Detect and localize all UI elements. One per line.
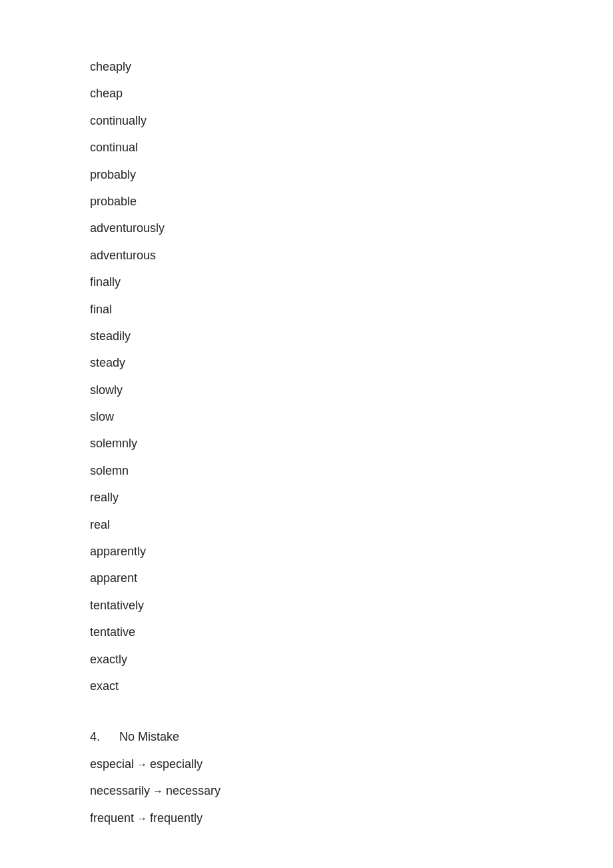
- list-item: final: [90, 296, 523, 323]
- arrow-from: especial: [90, 753, 134, 775]
- list-item: slowly: [90, 377, 523, 403]
- arrow-from: frequent: [90, 807, 134, 829]
- list-item: tentative: [90, 619, 523, 645]
- list-item: adventurously: [90, 215, 523, 241]
- list-item: finally: [90, 269, 523, 295]
- list-item: adventurous: [90, 242, 523, 269]
- section-number: 4.: [90, 726, 114, 747]
- arrow-to: necessary: [166, 780, 221, 801]
- list-item: exactly: [90, 646, 523, 673]
- section-gap: [90, 699, 523, 723]
- section-title: No Mistake: [119, 726, 179, 747]
- list-item: solemn: [90, 457, 523, 484]
- list-item: exact: [90, 673, 523, 699]
- list-item: apparent: [90, 565, 523, 591]
- list-item: solemnly: [90, 430, 523, 457]
- list-item: probable: [90, 188, 523, 215]
- arrow-item: frequent → frequently: [90, 805, 523, 831]
- list-item: real: [90, 511, 523, 538]
- list-item: continual: [90, 134, 523, 161]
- list-item: steadily: [90, 323, 523, 349]
- arrow-symbol: →: [137, 755, 147, 775]
- arrow-item: especial → especially: [90, 751, 523, 777]
- arrow-item: necessarily → necessary: [90, 777, 523, 804]
- list-item: steady: [90, 349, 523, 376]
- arrow-items: especial → especiallynecessarily → neces…: [90, 751, 523, 831]
- list-item: probably: [90, 161, 523, 188]
- list-item: really: [90, 484, 523, 511]
- list-item: continually: [90, 107, 523, 134]
- arrow-symbol: →: [137, 809, 147, 829]
- list-item: apparently: [90, 538, 523, 565]
- list-item: cheaply: [90, 53, 523, 80]
- arrow-from: necessarily: [90, 780, 150, 801]
- arrow-symbol: →: [153, 782, 163, 801]
- word-list: cheaplycheapcontinuallycontinualprobably…: [90, 53, 523, 699]
- arrow-to: frequently: [150, 807, 203, 829]
- list-item: cheap: [90, 80, 523, 107]
- list-item: slow: [90, 403, 523, 430]
- section-header: 4. No Mistake: [90, 723, 523, 750]
- list-item: tentatively: [90, 592, 523, 619]
- arrow-to: especially: [150, 753, 203, 775]
